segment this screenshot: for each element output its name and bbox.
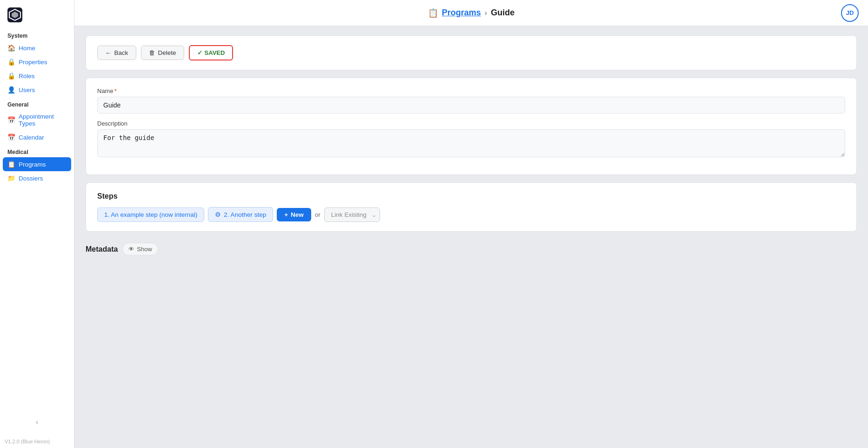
description-field-group: Description For the guide: [97, 120, 845, 159]
section-label-medical: Medical: [0, 144, 74, 157]
sidebar-item-roles[interactable]: 🔒 Roles: [0, 69, 74, 83]
calendar-icon: 📅: [7, 134, 15, 141]
home-icon: 🏠: [7, 44, 15, 52]
user-avatar[interactable]: JD: [841, 4, 859, 22]
step-1-label: 1. An example step (now internal): [104, 211, 197, 218]
sidebar-item-label: Roles: [19, 73, 35, 80]
page-content: ← Back 🗑 Delete ✓ SAVED Name*: [74, 26, 868, 448]
saved-label: SAVED: [205, 49, 225, 56]
breadcrumb-programs-link[interactable]: Programs: [442, 8, 481, 18]
new-step-button[interactable]: + New: [277, 208, 311, 221]
metadata-row: Metadata 👁 Show: [86, 243, 857, 255]
sidebar-item-appointment-types[interactable]: 📅 Appointment Types: [0, 110, 74, 130]
plus-icon: +: [284, 211, 288, 218]
sidebar-item-label: Properties: [19, 59, 47, 66]
step-1-button[interactable]: 1. An example step (now internal): [97, 207, 204, 222]
show-metadata-button[interactable]: 👁 Show: [122, 243, 158, 255]
saved-button[interactable]: ✓ SAVED: [189, 45, 234, 60]
metadata-title: Metadata: [86, 245, 118, 254]
page-header: 📋 Programs › Guide JD: [74, 0, 868, 26]
sidebar-item-properties[interactable]: 🔒 Properties: [0, 55, 74, 69]
chevron-left-icon: ‹: [36, 418, 38, 426]
user-icon: 👤: [7, 86, 15, 94]
sidebar-item-users[interactable]: 👤 Users: [0, 83, 74, 97]
sidebar-item-programs[interactable]: 📋 Programs: [3, 157, 71, 171]
sidebar-item-label: Users: [19, 87, 35, 94]
arrow-left-icon: ←: [105, 49, 112, 56]
main-area: 📋 Programs › Guide JD ← Back 🗑 Delete ✓: [74, 0, 868, 448]
toolbar: ← Back 🗑 Delete ✓ SAVED: [97, 45, 845, 60]
toolbar-card: ← Back 🗑 Delete ✓ SAVED: [86, 35, 857, 70]
sidebar-item-calendar[interactable]: 📅 Calendar: [0, 130, 74, 144]
sidebar-collapse-button[interactable]: ‹: [0, 415, 74, 429]
sidebar-item-label: Appointment Types: [19, 113, 67, 127]
sidebar-section-system: System 🏠 Home 🔒 Properties 🔒 Roles 👤 Use…: [0, 28, 74, 97]
link-existing-select[interactable]: Link Existing: [324, 207, 380, 222]
step-2-icon: ⚙: [215, 211, 221, 218]
breadcrumb-programs-icon: 📋: [428, 8, 438, 18]
sidebar: System 🏠 Home 🔒 Properties 🔒 Roles 👤 Use…: [0, 0, 74, 448]
show-label: Show: [137, 246, 152, 253]
back-label: Back: [114, 49, 128, 56]
steps-row: 1. An example step (now internal) ⚙ 2. A…: [97, 207, 845, 222]
name-input[interactable]: [97, 97, 845, 114]
step-2-button[interactable]: ⚙ 2. Another step: [208, 207, 273, 222]
check-icon: ✓: [197, 49, 202, 56]
roles-icon: 🔒: [7, 72, 15, 80]
logo: [0, 0, 74, 28]
sidebar-item-dossiers[interactable]: 📁 Dossiers: [0, 171, 74, 185]
description-input[interactable]: For the guide: [97, 129, 845, 157]
back-button[interactable]: ← Back: [97, 46, 136, 60]
new-label: New: [291, 211, 304, 218]
trash-icon: 🗑: [149, 49, 155, 56]
breadcrumb-chevron-icon: ›: [485, 9, 487, 17]
sidebar-section-general: General 📅 Appointment Types 📅 Calendar: [0, 97, 74, 144]
breadcrumb: 📋 Programs › Guide: [428, 8, 514, 18]
section-label-general: General: [0, 97, 74, 110]
step-2-label: 2. Another step: [224, 211, 266, 218]
delete-label: Delete: [158, 49, 176, 56]
steps-section-title: Steps: [97, 192, 845, 201]
sidebar-item-label: Programs: [19, 161, 46, 168]
app-logo-icon: [7, 7, 22, 22]
sidebar-item-label: Home: [19, 45, 35, 52]
lock-icon: 🔒: [7, 58, 15, 66]
sidebar-item-label: Calendar: [19, 134, 44, 141]
dossiers-icon: 📁: [7, 174, 15, 182]
appointment-icon: 📅: [7, 116, 15, 124]
section-label-system: System: [0, 28, 74, 41]
eye-icon: 👁: [128, 246, 134, 253]
version-label: V1.2.0 (Blue Heron): [5, 439, 50, 444]
sidebar-item-home[interactable]: 🏠 Home: [0, 41, 74, 55]
sidebar-item-label: Dossiers: [19, 175, 43, 182]
breadcrumb-current-page: Guide: [491, 8, 514, 18]
name-field-group: Name*: [97, 87, 845, 114]
form-card: Name* Description For the guide: [86, 78, 857, 175]
sidebar-section-medical: Medical 📋 Programs 📁 Dossiers: [0, 144, 74, 185]
or-text: or: [315, 211, 320, 218]
delete-button[interactable]: 🗑 Delete: [141, 46, 184, 60]
description-field-label: Description: [97, 120, 845, 127]
steps-card: Steps 1. An example step (now internal) …: [86, 182, 857, 232]
programs-icon: 📋: [7, 160, 15, 168]
name-field-label: Name*: [97, 87, 845, 94]
link-existing-wrapper: Link Existing: [324, 207, 380, 222]
metadata-section: Metadata 👁 Show: [86, 239, 857, 257]
